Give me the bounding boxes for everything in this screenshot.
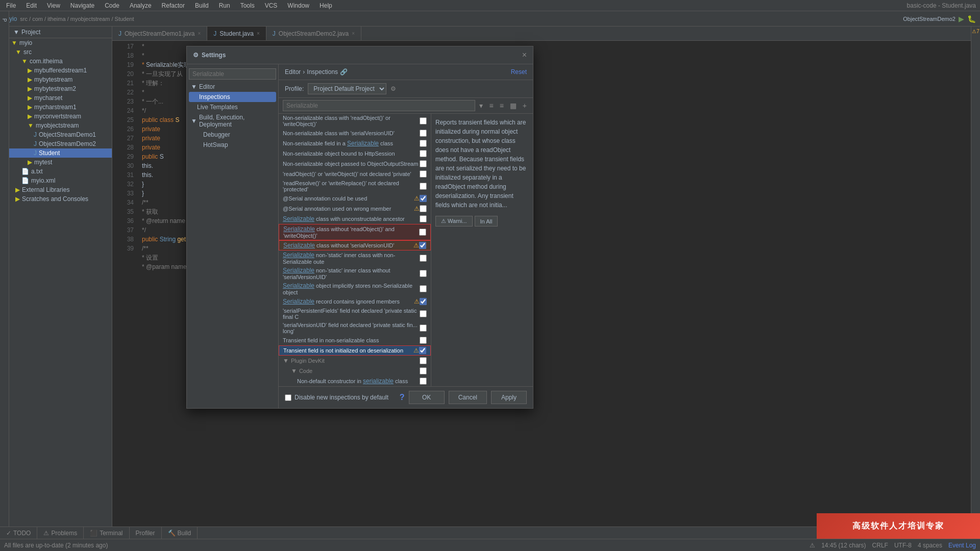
apply-button[interactable]: Apply [491, 391, 527, 404]
inspection-item-5[interactable]: Non-serializable object passed to Object… [279, 159, 431, 169]
menu-vcs[interactable]: VCS [263, 1, 280, 10]
tree-mybytestream2[interactable]: ▶ mybytestream2 [9, 84, 112, 93]
event-log[interactable]: Event Log [948, 542, 976, 549]
inspection-item-4[interactable]: Non-serializable object bound to HttpSes… [279, 148, 431, 159]
tree-mybufferedstream1[interactable]: ▶ mybufferedstream1 [9, 66, 112, 75]
run-button[interactable]: ▶ [959, 15, 964, 23]
tab-student[interactable]: J Student.java × [207, 27, 266, 40]
checkbox-9[interactable] [420, 205, 427, 212]
tree-myio[interactable]: ▼ myio [9, 38, 112, 47]
project-icon[interactable]: P [2, 16, 7, 24]
tab-objectstreamdemo2[interactable]: J ObjectStreamDemo2.java × [266, 27, 361, 40]
warning-action-button[interactable]: ⚠ Warni... [435, 216, 473, 227]
settings-search-input[interactable] [189, 68, 276, 80]
menu-file[interactable]: File [4, 1, 18, 10]
tree-mytest[interactable]: ▶ mytest [9, 158, 112, 167]
menu-analyze[interactable]: Analyze [128, 1, 154, 10]
expand-all-button[interactable]: ≡ [487, 101, 495, 111]
tree-hotswap-leaf[interactable]: HotSwap [187, 140, 278, 150]
inspection-item-19[interactable]: Transient field in non-serializable clas… [279, 335, 431, 345]
menu-view[interactable]: View [45, 1, 62, 10]
tree-mybytestream[interactable]: ▶ mybytestream [9, 75, 112, 84]
inspection-item-14[interactable]: Serializable non-'static' inner class wi… [279, 266, 431, 281]
section-code[interactable]: ▼ Code [279, 366, 431, 376]
inspection-item-18[interactable]: 'serialVersionUID' field not declared 'p… [279, 321, 431, 335]
tree-student[interactable]: J Student [9, 148, 112, 158]
menu-window[interactable]: Window [285, 1, 311, 10]
debug-button[interactable]: 🐛 [967, 15, 976, 23]
section-plugin-devkit[interactable]: ▼ Plugin DevKit [279, 356, 431, 366]
tree-live-templates-leaf[interactable]: Live Templates [187, 102, 278, 112]
tree-inspections-leaf[interactable]: Inspections [189, 92, 276, 102]
checkbox-14[interactable] [420, 270, 427, 277]
add-button[interactable]: + [521, 101, 529, 111]
inspection-search-input[interactable] [283, 100, 475, 111]
profile-select[interactable]: Project Default Project [308, 83, 386, 94]
tab-build[interactable]: 🔨 Build [162, 527, 198, 539]
tree-build-section[interactable]: ▼ Build, Execution, Deployment [187, 112, 278, 130]
checkbox-3[interactable] [420, 140, 427, 147]
inspection-item-12[interactable]: Serializable class without 'serialVersio… [279, 240, 431, 251]
inspection-item-16[interactable]: Serializable record contains ignored mem… [279, 296, 431, 307]
checkbox-18[interactable] [420, 324, 427, 332]
tree-external-libraries[interactable]: ▶ External Libraries [9, 185, 112, 194]
tree-src[interactable]: ▼ src [9, 47, 112, 57]
tree-myconvertstream[interactable]: ▶ myconvertstream [9, 112, 112, 121]
collapse-all-button[interactable]: ≡ [498, 101, 506, 111]
tab-close-1[interactable]: × [198, 31, 201, 36]
tree-mycharset[interactable]: ▶ mycharset [9, 93, 112, 103]
disable-new-inspections-checkbox[interactable] [285, 394, 291, 401]
tab-objectstreamdemo1[interactable]: J ObjectStreamDemo1.java × [112, 27, 207, 40]
tab-profiler[interactable]: Profiler [130, 527, 162, 539]
tree-objectstreamdemo2[interactable]: J ObjectStreamDemo2 [9, 139, 112, 148]
inspection-item-2[interactable]: Non-serializable class with 'serialVersi… [279, 128, 431, 138]
help-button[interactable]: ? [400, 391, 405, 404]
checkbox-11[interactable] [419, 229, 426, 236]
tree-myobjectstream[interactable]: ▼ myobjectstream [9, 121, 112, 130]
inspection-item-17[interactable]: 'serialPersistentFields' field not decla… [279, 307, 431, 321]
tab-todo[interactable]: ✓ TODO [0, 527, 37, 539]
menu-run[interactable]: Run [217, 1, 232, 10]
checkbox-16[interactable] [420, 298, 427, 305]
menu-refactor[interactable]: Refactor [160, 1, 187, 10]
dialog-close-button[interactable]: × [522, 51, 527, 60]
checkbox-17[interactable] [420, 310, 427, 317]
checkbox-13[interactable] [420, 255, 427, 262]
tree-debugger-leaf[interactable]: Debugger [187, 130, 278, 140]
profile-gear-icon[interactable]: ⚙ [390, 85, 396, 92]
checkbox-6[interactable] [420, 170, 427, 178]
inspection-item-9[interactable]: @Serial annotation used on wrong member … [279, 204, 431, 214]
cancel-button[interactable]: Cancel [449, 391, 487, 404]
checkbox-8[interactable] [420, 195, 427, 202]
inspection-item-6[interactable]: 'readObject()' or 'writeObject()' not de… [279, 169, 431, 179]
filter-button[interactable]: ▾ [477, 101, 485, 111]
inspection-item-15[interactable]: Serializable object implicitly stores no… [279, 281, 431, 296]
menu-navigate[interactable]: Navigate [68, 1, 96, 10]
checkbox-15[interactable] [420, 285, 427, 292]
checkbox-2[interactable] [420, 130, 427, 137]
tree-atxt[interactable]: 📄 a.txt [9, 167, 112, 176]
checkbox-10[interactable] [420, 215, 427, 222]
inspection-item-1[interactable]: Non-serializable class with 'readObject(… [279, 114, 431, 128]
tab-close-3[interactable]: × [352, 31, 355, 36]
checkbox-plugin-1[interactable] [420, 378, 427, 385]
tree-scratches[interactable]: ▶ Scratches and Consoles [9, 194, 112, 204]
menu-help[interactable]: Help [317, 1, 334, 10]
tree-objectstreamdemo1[interactable]: J ObjectStreamDemo1 [9, 130, 112, 139]
checkbox-20[interactable] [419, 347, 426, 354]
tree-mycharstream1[interactable]: ▶ mycharstream1 [9, 103, 112, 112]
section-checkbox-plugin[interactable] [420, 357, 427, 364]
tree-com-itheima[interactable]: ▼ com.itheima [9, 57, 112, 66]
tab-problems[interactable]: ⚠ Problems [37, 527, 84, 539]
inspection-item-plugin-1[interactable]: Non-default constructor in serializable … [279, 376, 431, 386]
inall-action-button[interactable]: In All [475, 216, 498, 227]
tab-close-2[interactable]: × [257, 31, 260, 36]
menu-edit[interactable]: Edit [24, 1, 39, 10]
inspection-item-8[interactable]: @Serial annotation could be used ⚠ [279, 193, 431, 204]
inspection-item-11[interactable]: Serializable class without 'readObject()… [279, 224, 431, 240]
reset-link[interactable]: Reset [511, 68, 527, 76]
inspection-item-7[interactable]: 'readResolve()' or 'writeReplace()' not … [279, 179, 431, 193]
ok-button[interactable]: OK [409, 391, 445, 404]
inspection-item-3[interactable]: Non-serializable field in a Serializable… [279, 138, 431, 148]
checkbox-12[interactable] [419, 242, 426, 249]
